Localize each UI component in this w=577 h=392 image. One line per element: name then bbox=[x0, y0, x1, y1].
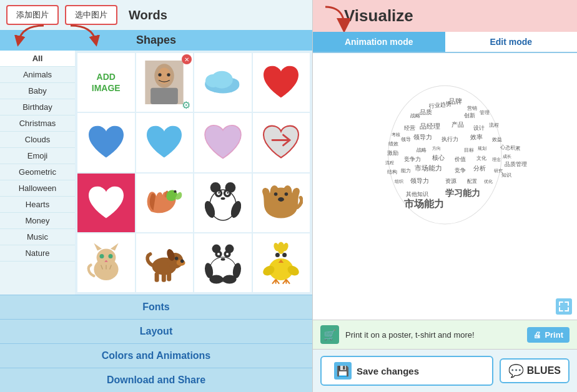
visualize-title: Visualize bbox=[344, 6, 413, 26]
svg-point-22 bbox=[227, 192, 229, 194]
layout-section[interactable]: Layout bbox=[0, 319, 312, 343]
words-label: Words bbox=[129, 8, 167, 22]
blues-badge: 💬 BLUES bbox=[500, 358, 570, 383]
svg-text:领导力: 领导力 bbox=[413, 134, 432, 140]
panda2-icon bbox=[201, 241, 245, 285]
settings-icon[interactable]: ⚙ bbox=[180, 99, 192, 110]
svg-rect-49 bbox=[167, 272, 171, 281]
svg-text:配置: 配置 bbox=[467, 179, 477, 184]
edit-mode-button[interactable]: Edit mode bbox=[445, 32, 578, 52]
close-button[interactable]: ✕ bbox=[182, 54, 192, 64]
arrow-down-icon bbox=[319, 4, 350, 32]
shapes-sidebar: All Animals Baby Birthday Christmas Clou… bbox=[0, 51, 75, 295]
svg-text:资源: 资源 bbox=[445, 178, 456, 184]
grid-cell-panda1[interactable] bbox=[194, 174, 252, 232]
svg-marker-34 bbox=[111, 243, 119, 250]
shapes-grid: ADDIMAGE ✕ ⚙ bbox=[75, 51, 312, 295]
svg-point-61 bbox=[209, 275, 223, 283]
svg-text:管理: 管理 bbox=[480, 110, 490, 115]
add-image-cell[interactable]: ADDIMAGE bbox=[77, 53, 135, 112]
svg-text:品牌: 品牌 bbox=[448, 97, 462, 105]
svg-text:学习能力: 学习能力 bbox=[445, 188, 480, 198]
svg-text:考核: 考核 bbox=[392, 132, 400, 137]
svg-text:心态积累: 心态积累 bbox=[500, 144, 521, 152]
arrow-heart-icon bbox=[259, 120, 303, 164]
svg-point-62 bbox=[222, 275, 236, 283]
red-heart-icon bbox=[259, 61, 303, 104]
sidebar-item-christmas[interactable]: Christmas bbox=[0, 115, 75, 132]
colors-animations-section[interactable]: Colors and Animations bbox=[0, 343, 312, 368]
grid-cell-hands[interactable] bbox=[136, 174, 194, 232]
arrow-left-icon bbox=[9, 22, 47, 47]
svg-point-12 bbox=[174, 190, 177, 192]
add-image-label: ADDIMAGE bbox=[92, 71, 121, 94]
grid-cell-purple-heart[interactable] bbox=[194, 113, 252, 172]
expand-button[interactable] bbox=[556, 298, 572, 315]
mode-buttons: Animation mode Edit mode bbox=[313, 32, 577, 53]
grid-cell-cat[interactable] bbox=[77, 233, 135, 292]
svg-text:知识: 知识 bbox=[501, 172, 511, 178]
download-share-section[interactable]: Download and Share bbox=[0, 368, 312, 392]
grid-cell-red-heart[interactable] bbox=[253, 53, 310, 112]
sidebar-item-hearts[interactable]: Hearts bbox=[0, 197, 75, 213]
fonts-section[interactable]: Fonts bbox=[0, 295, 312, 319]
svg-point-66 bbox=[282, 253, 287, 257]
svg-point-58 bbox=[220, 258, 225, 260]
cat-icon bbox=[84, 241, 128, 285]
svg-point-29 bbox=[285, 192, 288, 196]
grid-cell-dog2[interactable] bbox=[136, 233, 194, 292]
grid-cell-pink-heart[interactable] bbox=[77, 174, 135, 232]
animation-mode-button[interactable]: Animation mode bbox=[313, 32, 445, 52]
save-bar: 💾 Save changes 💬 BLUES bbox=[313, 349, 577, 392]
visualize-header: Visualize bbox=[313, 0, 577, 32]
sidebar-item-music[interactable]: Music bbox=[0, 229, 75, 245]
word-cloud-svg: 行业趋势 品牌 营销 战略 品质 创新 管理 经营 品经理 产品 设计 流程 领… bbox=[313, 53, 577, 320]
sidebar-item-animals[interactable]: Animals bbox=[0, 67, 75, 83]
save-changes-button[interactable]: 💾 Save changes bbox=[320, 356, 493, 386]
print-icon-small: 🖨 bbox=[533, 330, 541, 340]
sidebar-item-money[interactable]: Money bbox=[0, 213, 75, 229]
panda1-icon bbox=[201, 181, 245, 225]
grid-cell-chick[interactable] bbox=[253, 233, 310, 292]
print-bar: 🛒 Print it on a poster, t-shirt and more… bbox=[313, 320, 577, 349]
svg-text:效率: 效率 bbox=[470, 134, 483, 140]
grid-cell-panda2[interactable] bbox=[194, 233, 252, 292]
shapes-content: All Animals Baby Birthday Christmas Clou… bbox=[0, 51, 312, 295]
svg-point-45 bbox=[175, 257, 179, 260]
svg-text:竞争: 竞争 bbox=[455, 167, 466, 174]
svg-point-5 bbox=[167, 73, 170, 76]
sidebar-item-nature[interactable]: Nature bbox=[0, 245, 75, 262]
bottom-sections: Fonts Layout Colors and Animations Downl… bbox=[0, 295, 312, 392]
sidebar-item-baby[interactable]: Baby bbox=[0, 83, 75, 99]
svg-text:创新: 创新 bbox=[464, 112, 475, 119]
cloud-icon bbox=[201, 61, 245, 104]
sidebar-item-halloween[interactable]: Halloween bbox=[0, 180, 75, 197]
svg-text:激励: 激励 bbox=[387, 150, 398, 156]
svg-point-56 bbox=[217, 253, 220, 255]
dog-icon bbox=[259, 181, 303, 225]
svg-text:目标: 目标 bbox=[464, 147, 474, 153]
top-buttons-bar: 添加图片 选中图片 Words bbox=[0, 0, 312, 30]
sidebar-item-birthday[interactable]: Birthday bbox=[0, 99, 75, 115]
grid-cell-blue-heart1[interactable] bbox=[77, 113, 135, 172]
grid-cell-cloud[interactable] bbox=[194, 53, 252, 112]
save-changes-label: Save changes bbox=[357, 366, 419, 376]
shapes-header: Shapes bbox=[0, 30, 312, 51]
svg-text:优化: 优化 bbox=[484, 179, 493, 184]
print-button[interactable]: 🖨 Print bbox=[527, 327, 570, 343]
grid-cell-blue-heart2[interactable] bbox=[136, 113, 194, 172]
svg-text:核心: 核心 bbox=[432, 154, 445, 161]
grid-cell-arrow-heart[interactable] bbox=[253, 113, 310, 172]
sidebar-item-clouds[interactable]: Clouds bbox=[0, 132, 75, 148]
svg-text:流程: 流程 bbox=[385, 160, 394, 165]
svg-point-30 bbox=[278, 197, 284, 202]
sidebar-item-all[interactable]: All bbox=[0, 51, 75, 67]
svg-text:组织: 组织 bbox=[395, 179, 403, 184]
sidebar-item-emoji[interactable]: Emoji bbox=[0, 148, 75, 164]
grid-cell-dog[interactable] bbox=[253, 174, 310, 232]
svg-text:经营: 经营 bbox=[404, 125, 415, 131]
svg-marker-33 bbox=[94, 243, 102, 250]
sidebar-item-geometric[interactable]: Geometric bbox=[0, 164, 75, 180]
grid-cell-portrait[interactable]: ✕ ⚙ bbox=[136, 53, 194, 112]
save-icon: 💾 bbox=[334, 362, 352, 380]
